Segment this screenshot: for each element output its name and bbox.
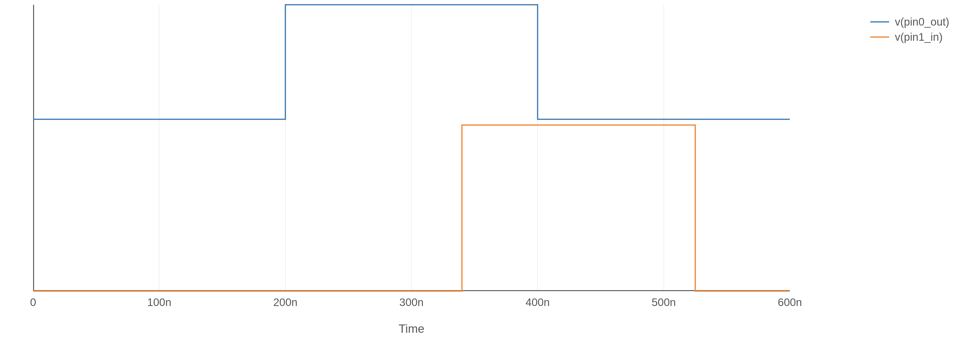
legend-label: v(pin1_in) bbox=[895, 30, 943, 43]
plot-area: 0100n200n300n400n500n600n Time bbox=[33, 5, 790, 291]
legend-item: v(pin0_out) bbox=[870, 14, 949, 29]
x-tick-label: 100n bbox=[147, 296, 171, 309]
legend: v(pin0_out)v(pin1_in) bbox=[870, 14, 949, 45]
legend-swatch bbox=[870, 37, 889, 38]
timing-chart: 0100n200n300n400n500n600n Time v(pin0_ou… bbox=[24, 5, 842, 350]
series-v(pin1_in) bbox=[33, 125, 790, 291]
legend-item: v(pin1_in) bbox=[870, 29, 949, 45]
x-tick-label: 500n bbox=[652, 296, 676, 309]
x-tick-label: 200n bbox=[273, 296, 297, 309]
legend-label: v(pin0_out) bbox=[895, 15, 949, 28]
x-tick-label: 0 bbox=[30, 296, 36, 309]
legend-swatch bbox=[870, 21, 889, 22]
x-tick-label: 400n bbox=[525, 296, 550, 309]
series-v(pin0_out) bbox=[33, 5, 790, 119]
x-axis-title: Time bbox=[398, 322, 424, 335]
x-tick-label: 300n bbox=[399, 296, 423, 309]
x-tick-label: 600n bbox=[778, 296, 802, 309]
series-svg bbox=[33, 5, 790, 291]
